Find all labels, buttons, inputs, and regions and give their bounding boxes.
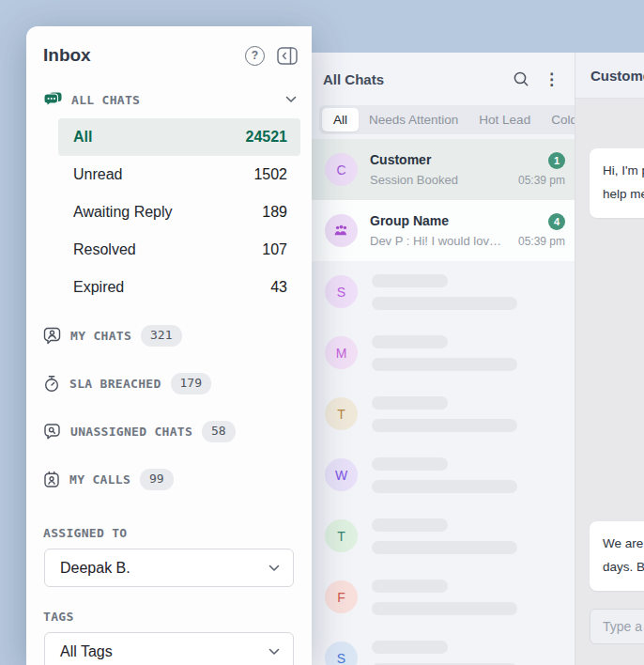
chat-row-loading[interactable]: F [312,566,575,627]
filter-resolved[interactable]: Resolved 107 [58,231,300,269]
sidebar-item-label: SLA BREACHED [69,377,161,391]
skeleton-bar [372,274,448,287]
chat-row-loading[interactable]: W [312,444,575,505]
filter-count: 43 [270,279,287,296]
skeleton-bar [372,457,448,471]
filter-label: Unread [73,166,122,183]
count-badge: 179 [171,373,211,394]
avatar: F [325,580,358,613]
message-input[interactable] [590,609,644,644]
skeleton-bar [372,580,448,593]
chat-list: C Customer Session Booked 1 05:39 pm Gro… [312,139,575,665]
tags-label: TAGS [43,610,295,624]
chat-row-loading[interactable]: S [312,261,575,322]
assigned-to-label: ASSIGNED TO [43,526,295,540]
skeleton-bar [372,297,517,310]
filter-unread[interactable]: Unread 1502 [58,156,300,193]
sidebar-item-sla-breached[interactable]: SLA BREACHED 179 [26,360,312,408]
skeleton-bar [372,641,448,654]
chat-preview: Dev P : Hi! I would love to e... [370,234,506,248]
assigned-to-value: Deepak B. [60,560,130,577]
filter-all[interactable]: All 24521 [58,118,300,156]
inbox-sidebar: Inbox ? ALL CHATS All [26,26,312,665]
conversation-panel: Customer Hi, I'm pl help me We are 2 day… [575,53,644,665]
chat-row-customer[interactable]: C Customer Session Booked 1 05:39 pm [312,139,575,200]
chat-bubbles-icon [43,92,62,108]
user-chat-icon [43,327,61,345]
sidebar-item-all-chats[interactable]: ALL CHATS [26,88,312,111]
conversation-header: Customer [575,53,644,99]
chat-list-header: All Chats ⋮ [312,53,575,105]
avatar: S [325,275,358,308]
filter-expired[interactable]: Expired 43 [58,269,300,306]
chevron-down-icon [268,564,280,572]
sidebar-item-label: UNASSIGNED CHATS [70,425,192,439]
sidebar-item-label: MY CALLS [69,472,130,487]
chat-row-loading[interactable]: M [312,322,575,383]
skeleton-bar [372,480,517,493]
chat-preview: Session Booked [370,173,506,187]
tab-cold[interactable]: Cold [541,108,575,131]
help-icon[interactable]: ? [245,46,265,66]
message-line: days. Bu [603,556,644,580]
chat-search-icon [43,423,61,441]
chat-time: 05:39 pm [518,235,565,248]
skeleton-bar [372,396,448,410]
filter-label: Awaiting Reply [73,204,173,221]
message-line: Hi, I'm pl [603,160,644,183]
tags-select[interactable]: All Tags [44,632,294,665]
chat-list-panel: All Chats ⋮ All Needs Attention Hot Lead… [312,53,575,665]
filter-awaiting-reply[interactable]: Awaiting Reply 189 [58,193,300,231]
skeleton-bar [372,358,517,371]
sidebar-item-label: MY CHATS [70,329,131,343]
assigned-to-select[interactable]: Deepak B. [44,549,294,587]
chat-row-loading[interactable]: S [312,627,575,665]
chat-row-loading[interactable]: T [312,505,575,566]
tags-value: All Tags [60,643,113,660]
chat-row-loading[interactable]: T [312,383,575,444]
message-line: We are 2 [603,533,644,556]
tab-needs-attention[interactable]: Needs Attention [359,108,468,131]
conversation-title: Customer [590,68,644,84]
avatar: W [325,458,358,491]
search-icon[interactable] [513,70,529,87]
filter-label: Resolved [73,241,136,258]
message-line: help me [603,183,644,207]
incoming-message: Hi, I'm pl help me [590,148,644,218]
skeleton-bar [372,335,448,348]
contact-card-icon [43,471,60,488]
filter-count: 189 [262,204,287,221]
skeleton-bar [372,602,517,615]
unread-badge: 1 [548,152,565,169]
tab-hot-lead[interactable]: Hot Lead [468,108,541,131]
group-people-icon [325,214,358,247]
chat-row-group[interactable]: Group Name Dev P : Hi! I would love to e… [312,200,575,261]
count-badge: 58 [202,421,236,442]
chat-name: Customer [370,152,506,167]
chat-list-title: All Chats [323,71,384,87]
sidebar-item-my-calls[interactable]: MY CALLS 99 [26,456,312,503]
chat-time: 05:39 pm [518,174,565,187]
chat-filter-tabs: All Needs Attention Hot Lead Cold [319,105,575,134]
sidebar-item-label: ALL CHATS [71,93,140,107]
filter-count: 107 [262,241,287,258]
avatar: T [325,519,358,552]
tab-all[interactable]: All [322,108,359,131]
chat-name: Group Name [370,213,506,228]
collapse-panel-icon[interactable] [277,47,298,65]
filter-count: 1502 [253,166,287,183]
avatar: M [325,336,358,369]
sidebar-item-unassigned-chats[interactable]: UNASSIGNED CHATS 58 [26,408,312,456]
count-badge: 99 [140,469,174,490]
sidebar-item-my-chats[interactable]: MY CHATS 321 [26,312,312,360]
count-badge: 321 [141,325,181,347]
chevron-down-icon[interactable] [285,96,297,103]
skeleton-bar [372,541,517,554]
stopwatch-icon [43,375,60,393]
chevron-down-icon [268,648,280,656]
filter-label: Expired [73,279,124,296]
incoming-message: We are 2 days. Bu [590,521,644,591]
avatar: S [325,642,358,665]
filter-label: All [73,129,92,146]
more-options-icon[interactable]: ⋮ [544,71,560,87]
